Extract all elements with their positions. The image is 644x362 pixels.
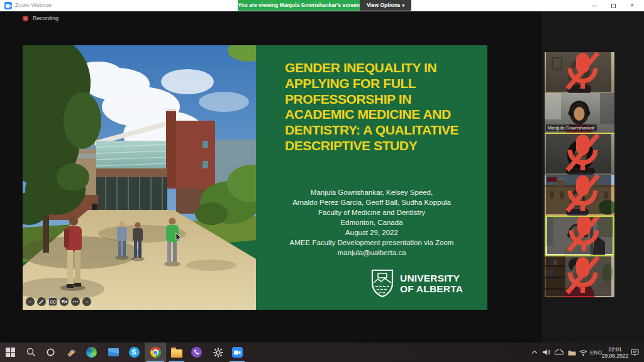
onedrive-icon[interactable] xyxy=(553,343,565,362)
logo-line2: OF ALBERTA xyxy=(400,283,463,294)
zoom-taskbar-icon[interactable] xyxy=(228,343,247,362)
slide-title: GENDER INEQUALITY IN APPLYING FOR FULL P… xyxy=(285,60,474,154)
participant-name-tag: Holly West xyxy=(546,175,611,214)
viber-icon[interactable] xyxy=(187,343,206,362)
muted-mic-icon xyxy=(549,216,614,253)
previous-slide-button[interactable]: ← xyxy=(26,297,35,306)
presentation-controls: ← CC ••• → xyxy=(26,297,91,306)
participant-name-tag: Jana Lazor xyxy=(546,256,611,296)
settings-gear-icon[interactable] xyxy=(209,343,228,362)
window-titlebar: Zoom Webinar You are viewing Manjula Gow… xyxy=(0,0,644,11)
action-center-icon[interactable] xyxy=(628,343,641,362)
zoom-app-icon xyxy=(4,2,12,9)
muted-mic-icon xyxy=(548,134,614,173)
cortana-icon[interactable] xyxy=(41,343,60,362)
slide-text-panel: GENDER INEQUALITY IN APPLYING FOR FULL P… xyxy=(256,45,487,310)
video-off-icon[interactable] xyxy=(60,297,69,306)
taskbar-clock[interactable]: 22:01 29.08.2022 xyxy=(602,343,628,362)
slide-authors: Manjula Gowrishankar, Kelsey Speed, Arna… xyxy=(267,187,476,258)
screen-share-banner: You are viewing Manjula Gowrishankar's s… xyxy=(238,0,360,11)
mouse-cursor xyxy=(175,233,181,244)
edge-icon[interactable] xyxy=(82,343,101,362)
skype-icon[interactable]: S xyxy=(125,343,143,362)
windows-taskbar: S ENG 22:01 29.08.2022 xyxy=(0,343,644,362)
campus-photo-art xyxy=(23,45,256,310)
participant-tile-manjula[interactable]: Manjula Gowrishankar xyxy=(545,93,614,134)
recording-dot-icon xyxy=(23,16,28,21)
participant-name-tag: Manjula Gowrishankar xyxy=(546,124,597,131)
more-options-button[interactable]: ••• xyxy=(71,297,80,306)
logo-line1: UNIVERSITY xyxy=(400,273,463,283)
participant-tile-holly[interactable]: Holly West xyxy=(545,175,614,216)
shared-slide: ← CC ••• → GENDER INEQUALITY IN APPLYING… xyxy=(23,45,487,310)
muted-mic-icon xyxy=(548,256,614,295)
participant-tile-laurie[interactable]: Laurie Hayes Plotnick xyxy=(545,52,614,93)
volume-icon[interactable] xyxy=(541,343,552,362)
participant-name-tag: Laurie Hayes Plotnick xyxy=(546,52,611,92)
meeting-content: Recording xyxy=(0,11,644,343)
tray-folder-icon[interactable] xyxy=(566,343,577,362)
wifi-icon[interactable] xyxy=(577,343,589,362)
pen-tool-icon[interactable] xyxy=(37,297,46,306)
clock-date: 29.08.2022 xyxy=(602,353,629,359)
participants-sidebar: Laurie Hayes Plotnick xyxy=(542,11,644,343)
lightning-app-icon[interactable] xyxy=(62,343,80,362)
view-options-button[interactable]: View Options▾ xyxy=(360,0,411,11)
participant-tile-qian[interactable]: Qian Wu (she/her) xyxy=(545,134,614,175)
next-slide-button[interactable]: → xyxy=(82,297,91,306)
maximize-button[interactable] xyxy=(602,0,624,11)
window-title: Zoom Webinar xyxy=(15,2,52,8)
muted-mic-icon xyxy=(548,175,614,214)
start-button[interactable] xyxy=(1,343,19,362)
zoom-webinar-window: Zoom Webinar You are viewing Manjula Gow… xyxy=(0,0,644,362)
recording-indicator: Recording xyxy=(23,15,58,21)
chevron-down-icon: ▾ xyxy=(402,3,405,8)
recording-label: Recording xyxy=(33,15,58,21)
muted-mic-icon xyxy=(548,52,614,91)
closed-captions-button[interactable]: CC xyxy=(48,297,57,306)
chrome-icon[interactable] xyxy=(145,343,166,362)
campus-photo: ← CC ••• → xyxy=(23,45,256,310)
tray-chevron-icon[interactable] xyxy=(530,343,540,362)
university-logo: UNIVERSITY OF ALBERTA xyxy=(370,269,463,298)
search-icon[interactable] xyxy=(21,343,40,362)
ualberta-crest-icon xyxy=(370,269,394,298)
file-explorer-icon[interactable] xyxy=(167,343,186,362)
participant-tiles: Laurie Hayes Plotnick xyxy=(545,52,614,297)
participant-tile-jana[interactable]: Jana Lazor xyxy=(545,256,614,297)
minimize-button[interactable] xyxy=(584,0,605,11)
mail-icon[interactable] xyxy=(104,343,123,362)
participant-name-tag: Abigail Snook xyxy=(547,216,613,254)
participant-name-tag: Qian Wu (she/her) xyxy=(546,134,611,173)
participant-tile-abigail[interactable]: Abigail Snook xyxy=(545,216,614,256)
clock-time: 22:01 xyxy=(608,346,621,353)
close-button[interactable]: × xyxy=(621,0,643,11)
